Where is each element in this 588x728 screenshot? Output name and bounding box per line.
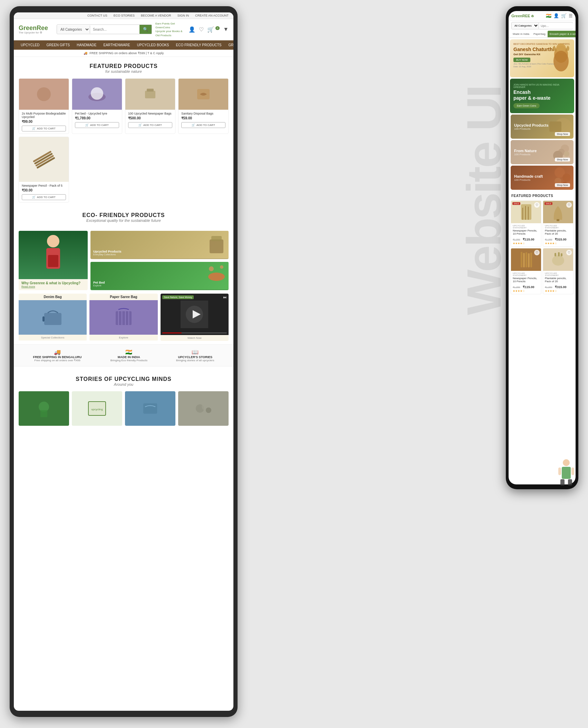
phone-product-price-1: ₹115.00: [523, 238, 534, 241]
earn-points-link[interactable]: Earn Points Get GreenCoins: [155, 22, 185, 29]
wishlist-btn-2[interactable]: ♡: [566, 202, 572, 208]
svg-rect-61: [523, 253, 525, 267]
svg-point-38: [553, 51, 569, 71]
read-more-link[interactable]: Read more: [21, 285, 85, 288]
phone-product-name-1: Newspaper Pencils, 10 Pencils: [513, 229, 539, 235]
cart-icon[interactable]: 🛒: [207, 26, 214, 33]
story-card-4[interactable]: [178, 391, 229, 426]
ganesh-buy-button[interactable]: BUY NOW: [513, 58, 530, 62]
product-card-4: Sanitary Disposal Bags ₹59.00 🛒ADD TO CA…: [178, 78, 229, 134]
product-price-2: ₹1,789.00: [75, 116, 119, 120]
saree-bag-card[interactable]: Paper Saree Bag Explore: [89, 294, 157, 341]
phone-product-img-1: SALE ♡: [511, 201, 541, 223]
contact-us-link[interactable]: CONTACT US: [87, 14, 107, 17]
denim-bag-card[interactable]: Denim Bag Special Collections: [19, 294, 87, 341]
phone-menu-icon[interactable]: ☰: [569, 13, 573, 18]
svg-rect-7: [35, 155, 54, 166]
featured-subtitle: for sustainable nature: [14, 69, 233, 73]
eco-subtitle: Exceptional quality for the sustainable …: [14, 218, 233, 223]
top-bar: CONTACT US ECO STORIES BECOME A VENDOR S…: [14, 12, 233, 19]
story-card-2[interactable]: upcycling: [72, 391, 122, 426]
eco-main-card[interactable]: Why Greenree & what is Upcycling? Read m…: [19, 231, 88, 290]
nav-green-gifts[interactable]: GREEN GIFTS: [43, 40, 73, 50]
phone-cat-nature[interactable]: From Nature 100 Products Shop Now: [511, 140, 573, 164]
phone-cat-handmade[interactable]: Handmade craft 100 Products Shop Now: [511, 166, 573, 190]
phone-screen: GreenREE ♻ 🇮🇳 👤 🛒 ☰ All Categories 🔍 Mad…: [509, 11, 576, 484]
wishlist-btn-1[interactable]: ♡: [534, 202, 540, 208]
user-icon[interactable]: 👤: [189, 26, 195, 33]
add-to-cart-3[interactable]: 🛒ADD TO CART: [128, 122, 172, 128]
wishlist-icon[interactable]: ♡: [199, 26, 204, 33]
cat-handmade-sub: 100 Products: [514, 178, 543, 181]
phone-stars-4: ★★★★☆: [545, 289, 571, 293]
phone-tab-encash[interactable]: Encash paper & e-waste: [548, 31, 576, 37]
svg-point-16: [209, 266, 214, 271]
become-vendor-link[interactable]: BECOME A VENDOR: [141, 14, 171, 17]
cat-handmade-btn[interactable]: Shop Now: [555, 183, 570, 187]
svg-rect-20: [116, 311, 132, 325]
search-category-select[interactable]: All Categories: [57, 26, 90, 33]
info-stories: 📖 UPCYCLER'S STORIES Bringing stories of…: [176, 349, 214, 362]
eco-title: ECO- FRIENDLY PRODUCTS: [14, 212, 233, 218]
info-madein: 🇮🇳 MADE IN INDIA Bringing Eco friendly P…: [110, 349, 147, 362]
wishlist-btn-3[interactable]: ♡: [534, 250, 540, 255]
menu-icon[interactable]: ▼: [223, 26, 229, 32]
phone-cart-icon[interactable]: 🛒: [561, 13, 567, 18]
product-card-1: 2s Multi Purpose Biodegradable Upcycled …: [19, 78, 69, 134]
phone-tabs: Made in India Paperbag Encash paper & e-…: [509, 31, 576, 38]
story-card-3[interactable]: [125, 391, 175, 426]
wishlist-btn-4[interactable]: ♡: [566, 250, 572, 255]
eco-section-title: ECO- FRIENDLY PRODUCTS Exceptional quali…: [14, 206, 233, 224]
add-to-cart-pencil[interactable]: 🛒ADD TO CART: [22, 194, 66, 200]
search-button[interactable]: 🔍: [139, 25, 152, 34]
nav-eco-friendly[interactable]: ECO FRIENDLY PRODUCTS: [173, 40, 225, 50]
phone-category-select[interactable]: All Categories: [512, 23, 539, 29]
story-card-1[interactable]: [19, 391, 69, 426]
eco-pet-card[interactable]: Pet Bed Explore: [90, 262, 229, 290]
svg-rect-4: [147, 89, 154, 91]
pencil-name: Newspaper Pencil - Pack of 5: [22, 184, 66, 187]
eco-stories-link[interactable]: ECO STORIES: [114, 14, 135, 17]
cat-nature-btn[interactable]: Shop Now: [555, 158, 570, 161]
add-to-cart-4[interactable]: 🛒ADD TO CART: [181, 122, 225, 128]
phone-product-price-4: ₹315.00: [555, 285, 567, 289]
cat-upcycled-btn[interactable]: Shop Now: [555, 132, 570, 136]
nav-earthenware[interactable]: EARTHENWARE: [100, 40, 134, 50]
sign-in-link[interactable]: SIGN IN: [177, 14, 189, 17]
sale-badge-2: SALE: [544, 202, 552, 205]
nav-upcycled-books[interactable]: UPCYCLED BOOKS: [134, 40, 173, 50]
featured-section-title: FEATURED PRODUCTS for sustainable nature: [14, 57, 233, 75]
phone-user-icon[interactable]: 👤: [553, 13, 559, 18]
product-img-1: [19, 79, 69, 110]
phone-stars-3: ★★★★☆: [513, 289, 539, 293]
nav-upcycled[interactable]: UPCYCLED: [17, 40, 43, 50]
stories-title: STORIES OF UPCYCLING MINDS: [19, 376, 229, 382]
phone-tab-madein[interactable]: Made in India: [511, 31, 531, 37]
saree-bag-img: [89, 300, 157, 335]
phone-search-input[interactable]: [539, 23, 576, 29]
svg-rect-65: [552, 255, 564, 266]
add-to-cart-1[interactable]: 🛒ADD TO CART: [22, 126, 66, 131]
cat-upcycled-sub: 100 Products: [514, 127, 549, 130]
search-input[interactable]: [90, 26, 139, 33]
tablet-screen: CONTACT US ECO STORIES BECOME A VENDOR S…: [14, 12, 233, 711]
phone-stars-2: ★★★★☆: [545, 242, 571, 245]
phone-cat-upcycled[interactable]: Upcycled Products 100 Products Shop Now: [511, 115, 573, 139]
upcycle-books-link[interactable]: Upcycle your Books & Old Products: [155, 29, 185, 37]
phone-product-price-2: ₹315.00: [555, 238, 567, 241]
nav-handmade[interactable]: HANDMADE: [73, 40, 100, 50]
eco-section: Why Greenree & what is Upcycling? Read m…: [14, 224, 233, 294]
shipping-bar: 🚚 FREE SHIPPING on orders above ₹599 | T…: [14, 50, 233, 57]
create-account-link[interactable]: CREATE AN ACCOUNT: [195, 14, 229, 17]
pet-card-subtitle: Explore: [93, 284, 105, 287]
eco-upcycled-card[interactable]: Upcycled Products Everyday Collections: [90, 231, 229, 259]
phone-tab-paperbag[interactable]: Paperbag: [531, 31, 548, 37]
add-to-cart-2[interactable]: 🛒ADD TO CART: [75, 122, 119, 128]
nav-green-garden[interactable]: GREEN GARDEN: [225, 40, 233, 50]
svg-rect-19: [42, 316, 45, 322]
featured-products-grid: 2s Multi Purpose Biodegradable Upcycled …: [14, 75, 233, 206]
encash-earn-button[interactable]: Earn Green Coins: [513, 103, 540, 108]
phone-products-grid: SALE ♡ UPCYCLED STATIONERY Newspaper Pen…: [509, 199, 576, 296]
video-card[interactable]: Save Nature, Save Money ⏭ Watch Now: [161, 294, 229, 341]
info-shipping-title: FREE SHIPPING IN BENGALURU: [33, 355, 82, 359]
